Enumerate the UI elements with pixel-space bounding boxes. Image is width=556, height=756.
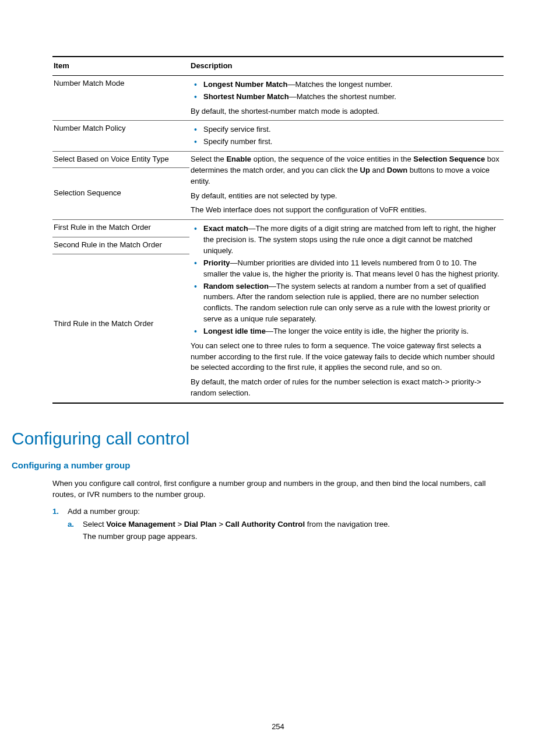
paragraph: Select the Enable option, the sequence o… <box>191 154 500 187</box>
item-cell: Select Based on Voice Entity Type <box>52 152 189 168</box>
step-text: Add a number group: <box>68 506 504 517</box>
step-text: Select Voice Management > Dial Plan > Ca… <box>83 519 504 530</box>
substep-block: a. Select Voice Management > Dial Plan >… <box>68 519 504 542</box>
step-number: 1. <box>52 506 68 517</box>
list-item: Specify number first. <box>203 136 500 148</box>
item-cell: Number Match Policy <box>52 121 189 152</box>
config-table: Item Description Number Match Mode Longe… <box>52 56 504 404</box>
table-header-row: Item Description <box>52 57 504 75</box>
section-heading: Configuring call control <box>12 426 504 452</box>
table-row: Number Match Mode Longest Number Match—M… <box>52 75 504 121</box>
subsection-heading: Configuring a number group <box>12 459 504 472</box>
item-cell: Number Match Mode <box>52 75 189 121</box>
table-row: Number Match Policy Specify service firs… <box>52 121 504 152</box>
table-row: Select Based on Voice Entity Type Select… <box>52 152 504 168</box>
item-cell: First Rule in the Match Order <box>52 220 189 237</box>
bullet-list: Exact match—The more digits of a digit s… <box>191 223 500 337</box>
paragraph: By default, the shortest-number match mo… <box>191 106 500 117</box>
list-item: Longest Number Match—Matches the longest… <box>203 79 500 90</box>
list-item: Shortest Number Match—Matches the shorte… <box>203 92 500 103</box>
desc-cell: Select the Enable option, the sequence o… <box>189 152 504 220</box>
substep-result: The number group page appears. <box>68 531 504 542</box>
header-desc: Description <box>189 57 504 75</box>
paragraph: By default, the match order of rules for… <box>191 377 500 399</box>
paragraph: When you configure call control, first c… <box>52 478 504 500</box>
item-cell: Third Rule in the Match Order <box>52 254 189 403</box>
page-number: 254 <box>0 722 556 733</box>
lettered-substep: a. Select Voice Management > Dial Plan >… <box>68 519 504 530</box>
list-item: Random selection—The system selects at r… <box>203 281 500 325</box>
list-item: Longest idle time—The longer the voice e… <box>203 326 500 337</box>
desc-cell: Longest Number Match—Matches the longest… <box>189 75 504 121</box>
paragraph: By default, entities are not selected by… <box>191 191 500 202</box>
step-text: The number group page appears. <box>83 531 504 542</box>
item-cell: Second Rule in the Match Order <box>52 237 189 254</box>
desc-cell: Exact match—The more digits of a digit s… <box>189 220 504 403</box>
list-item: Exact match—The more digits of a digit s… <box>203 223 500 257</box>
numbered-step: 1. Add a number group: <box>52 506 504 517</box>
paragraph: You can select one to three rules to for… <box>191 341 500 374</box>
step-letter: a. <box>68 519 83 530</box>
list-item: Priority—Number priorities are divided i… <box>203 258 500 280</box>
bullet-list: Specify service first. Specify number fi… <box>191 124 500 148</box>
header-item: Item <box>52 57 189 75</box>
list-item: Specify service first. <box>203 124 500 135</box>
table-row: First Rule in the Match Order Exact matc… <box>52 220 504 237</box>
document-page: Item Description Number Match Mode Longe… <box>0 0 556 756</box>
bullet-list: Longest Number Match—Matches the longest… <box>191 79 500 103</box>
paragraph: The Web interface does not support the c… <box>191 205 500 216</box>
desc-cell: Specify service first. Specify number fi… <box>189 121 504 152</box>
item-cell: Selection Sequence <box>52 168 189 220</box>
